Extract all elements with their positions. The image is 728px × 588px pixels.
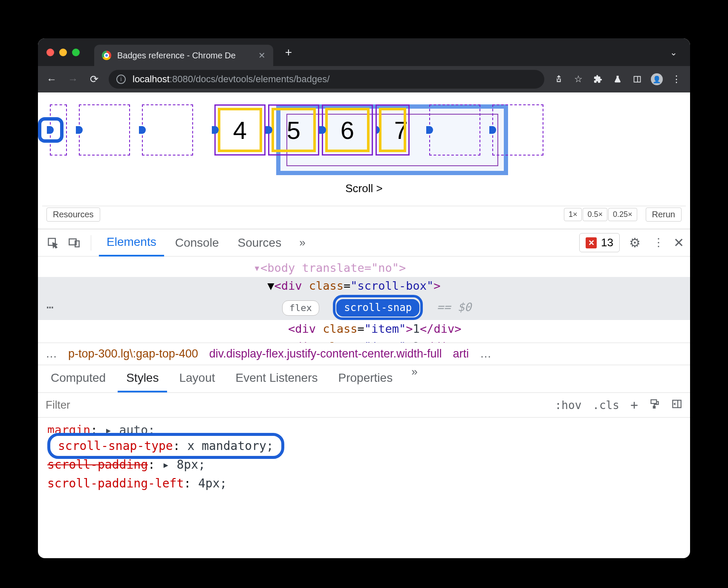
scroll-item[interactable] [142,104,193,156]
toggle-sidebar-icon[interactable] [671,398,682,412]
forward-button[interactable]: → [64,70,82,89]
devtools-panel: Elements Console Sources » ✕13 ⚙ ⋮ ✕ ▾<b… [38,229,690,496]
toolbar-actions: ☆ 👤 ⋮ [549,70,686,89]
kebab-menu-icon[interactable]: ⋮ [667,70,686,89]
styles-filter-input[interactable] [46,398,549,412]
snap-point-icon [489,126,496,134]
toolbar: ← → ⟳ i localhost:8080/docs/devtools/ele… [38,66,690,92]
paint-icon[interactable] [649,398,660,412]
snap-point-icon [319,126,326,134]
address-bar[interactable]: i localhost:8080/docs/devtools/elements/… [109,70,544,89]
cls-toggle[interactable]: .cls [592,399,619,412]
devtools-menu-icon[interactable]: ⋮ [650,234,667,252]
tab-elements[interactable]: Elements [99,229,164,257]
error-icon: ✕ [586,237,597,248]
close-devtools-icon[interactable]: ✕ [673,235,684,250]
zoom-025x[interactable]: 0.25× [608,208,637,221]
tab-console[interactable]: Console [168,230,227,256]
snap-point-icon [76,126,83,134]
browser-window: Badges reference - Chrome De ✕ + ⌄ ← → ⟳… [38,38,690,558]
zoom-1x[interactable]: 1× [564,208,582,221]
styles-tabbar: Computed Styles Layout Event Listeners P… [38,365,690,393]
tab-properties[interactable]: Properties [330,365,402,392]
demo-controls: Resources 1× 0.5× 0.25× Rerun [42,206,686,223]
svg-rect-6 [653,406,655,408]
scroll-item[interactable] [429,104,480,156]
scroll-item[interactable]: 5 [268,104,319,156]
settings-gear-icon[interactable]: ⚙ [626,234,644,252]
zoom-05x[interactable]: 0.5× [583,208,607,221]
close-window-button[interactable] [46,49,54,56]
snap-point-icon [266,126,272,134]
crumb-item[interactable]: p-top-300.lg\:gap-top-400 [68,347,198,360]
new-rule-icon[interactable]: + [630,398,638,412]
scroll-hint-label: Scroll > [38,182,690,195]
styles-filter-row: :hov .cls + [38,393,690,418]
profile-avatar[interactable]: 👤 [647,70,666,89]
error-counter[interactable]: ✕13 [579,233,620,252]
scroll-item[interactable] [79,104,130,156]
crumb-item[interactable]: div.display-flex.justify-content-center.… [209,347,442,360]
snap-point-icon [376,126,380,134]
window-controls [46,49,80,56]
tab-styles[interactable]: Styles [118,365,167,392]
scroll-item[interactable]: 7 [376,104,410,156]
snap-point-icon [47,126,54,134]
back-button[interactable]: ← [42,70,61,89]
inspect-element-icon[interactable] [44,234,62,252]
tab-title: Badges reference - Chrome De [117,51,236,61]
tab-list-chevron-icon[interactable]: ⌄ [670,47,677,58]
labs-icon[interactable] [608,70,627,89]
reload-button[interactable]: ⟳ [85,70,104,89]
scroll-item[interactable] [50,104,67,156]
tab-strip: Badges reference - Chrome De ✕ + ⌄ [38,38,690,66]
close-tab-icon[interactable]: ✕ [258,50,266,61]
scroll-item[interactable]: 6 [322,104,373,156]
tab-computed[interactable]: Computed [42,365,114,392]
breadcrumb[interactable]: … p-top-300.lg\:gap-top-400 div.display-… [38,343,690,365]
bookmark-star-icon[interactable]: ☆ [569,70,588,89]
tab-layout[interactable]: Layout [170,365,223,392]
dom-tree[interactable]: ▾<body translate="no"> ▼<div class="scro… [38,257,690,343]
url-text: localhost:8080/docs/devtools/elements/ba… [133,74,329,85]
site-info-icon[interactable]: i [116,75,126,84]
new-tab-button[interactable]: + [280,44,297,61]
maximize-window-button[interactable] [72,49,80,56]
page-viewport: 4 5 6 7 Scroll > Resources 1× 0.5× 0.25×… [38,92,690,229]
scroll-snap-badge[interactable]: scroll-snap [336,299,419,317]
devtools-tabbar: Elements Console Sources » ✕13 ⚙ ⋮ ✕ [38,229,690,257]
highlighted-declaration: scroll-snap-type: x mandatory; [47,433,284,459]
css-declaration[interactable]: scroll-padding: ▸ 8px; [47,455,681,474]
minimize-window-button[interactable] [59,49,67,56]
crumb-item[interactable]: arti [453,347,469,360]
share-icon[interactable] [549,70,568,89]
browser-tab[interactable]: Badges reference - Chrome De ✕ [94,45,273,66]
scroll-box[interactable]: 4 5 6 7 [46,104,682,156]
scroll-snap-badge-highlight: scroll-snap [333,295,423,320]
css-declaration[interactable]: margin: ▸ auto; [47,421,681,433]
hover-toggle[interactable]: :hov [555,399,582,412]
tab-sources[interactable]: Sources [230,230,289,256]
chrome-favicon-icon [102,51,111,60]
scroll-item[interactable] [492,104,543,156]
more-styles-tabs-icon[interactable]: » [404,365,424,392]
svg-rect-5 [651,400,656,404]
rerun-button[interactable]: Rerun [646,208,682,222]
css-rules[interactable]: margin: ▸ auto; scroll-snap-type: x mand… [38,418,690,496]
snap-point-icon [139,126,146,134]
flex-badge[interactable]: flex [282,300,319,316]
device-toolbar-icon[interactable] [65,234,83,252]
scroll-item[interactable]: 4 [214,104,266,156]
panel-icon[interactable] [628,70,647,89]
tab-event-listeners[interactable]: Event Listeners [227,365,326,392]
snap-point-icon [426,126,433,134]
resources-button[interactable]: Resources [46,208,100,222]
snap-point-icon [212,126,219,134]
css-declaration[interactable]: scroll-padding-left: 4px; [47,474,681,493]
extensions-icon[interactable] [589,70,607,89]
zoom-controls: 1× 0.5× 0.25× [564,208,637,221]
more-tabs-icon[interactable]: » [292,236,312,249]
css-declaration[interactable]: scroll-snap-type: x mandatory; [47,433,681,459]
